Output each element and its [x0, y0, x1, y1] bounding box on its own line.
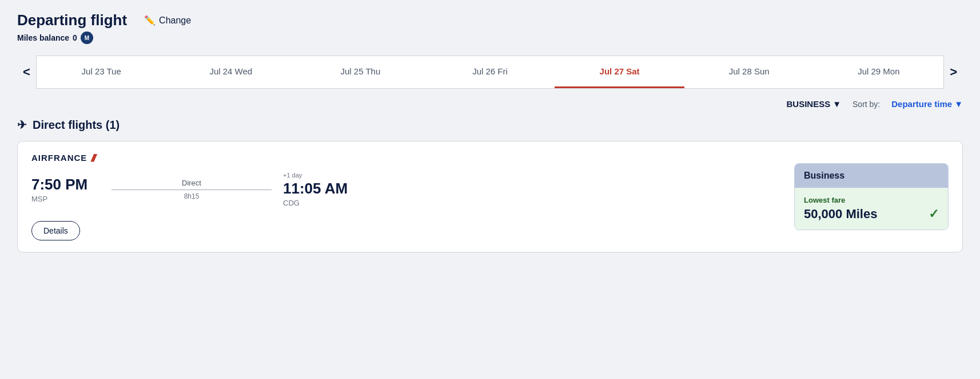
- fare-lowest-label: Lowest fare: [804, 196, 939, 204]
- direct-flights-label: Direct flights (1): [33, 119, 119, 132]
- cabin-dropdown[interactable]: BUSINESS ▼: [786, 99, 841, 109]
- flight-main: AIRFRANCE 7:50 PM MSP Direct 8h15 +1 day…: [31, 153, 780, 240]
- fare-panel: Business Lowest fare 50,000 Miles ✓: [794, 163, 949, 230]
- plus-day: +1 day: [283, 172, 302, 179]
- date-tab-jul27[interactable]: Jul 27 Sat: [555, 56, 684, 88]
- arrive-time: 11:05 AM: [283, 180, 348, 198]
- fare-miles-value: 50,000 Miles: [804, 207, 877, 222]
- controls-row: BUSINESS ▼ Sort by: Departure time ▼: [17, 99, 963, 109]
- duration-label: 8h15: [184, 192, 200, 200]
- date-tab-jul25[interactable]: Jul 25 Thu: [296, 56, 425, 88]
- depart-time: 7:50 PM: [31, 176, 100, 194]
- airfrance-stripe-icon: [90, 154, 97, 162]
- depart-airport: MSP: [31, 195, 100, 203]
- flight-line-block: Direct 8h15: [100, 179, 283, 200]
- miles-value: 0: [73, 33, 77, 42]
- date-next-button[interactable]: >: [944, 56, 963, 89]
- date-tab-jul24[interactable]: Jul 24 Wed: [166, 56, 296, 88]
- arrive-block: +1 day 11:05 AM CDG: [283, 172, 352, 207]
- sort-dropdown[interactable]: Departure time ▼: [891, 99, 963, 109]
- depart-block: 7:50 PM MSP: [31, 176, 100, 203]
- plane-icon: ✈: [17, 118, 27, 132]
- page-header: Departing flight Miles balance 0 M ✏️ Ch…: [17, 11, 963, 44]
- cabin-label: BUSINESS: [786, 99, 830, 109]
- arrive-airport: CDG: [283, 199, 300, 207]
- flight-line: [111, 189, 272, 190]
- details-button[interactable]: Details: [31, 221, 80, 240]
- fare-body[interactable]: Lowest fare 50,000 Miles ✓: [795, 188, 948, 230]
- flight-times: 7:50 PM MSP Direct 8h15 +1 day 11:05 AM …: [31, 172, 780, 207]
- airline-name: AIRFRANCE: [31, 153, 87, 163]
- change-button[interactable]: ✏️ Change: [144, 15, 191, 26]
- pencil-icon: ✏️: [144, 15, 156, 26]
- date-tab-jul28[interactable]: Jul 28 Sun: [684, 56, 814, 88]
- miles-balance-label: Miles balance: [17, 33, 69, 42]
- direct-flights-heading: ✈ Direct flights (1): [17, 118, 963, 132]
- date-tab-jul29[interactable]: Jul 29 Mon: [814, 56, 944, 88]
- fare-cabin-header: Business: [795, 164, 948, 188]
- header-left: Departing flight Miles balance 0 M: [17, 11, 127, 44]
- sort-label: Sort by:: [852, 100, 880, 109]
- direct-label: Direct: [182, 179, 201, 187]
- miles-icon: M: [81, 31, 93, 44]
- change-label: Change: [159, 15, 191, 26]
- miles-balance: Miles balance 0 M: [17, 31, 127, 44]
- date-tab-jul23[interactable]: Jul 23 Tue: [37, 56, 166, 88]
- date-tabs: Jul 23 Tue Jul 24 Wed Jul 25 Thu Jul 26 …: [36, 56, 944, 89]
- date-selector: < Jul 23 Tue Jul 24 Wed Jul 25 Thu Jul 2…: [17, 56, 963, 89]
- fare-miles-row: 50,000 Miles ✓: [804, 207, 939, 222]
- sort-value: Departure time: [891, 99, 952, 109]
- date-prev-button[interactable]: <: [17, 56, 36, 89]
- page-title: Departing flight: [17, 11, 127, 29]
- checkmark-icon: ✓: [929, 207, 939, 222]
- airline-logo: AIRFRANCE: [31, 153, 780, 163]
- cabin-chevron-icon: ▼: [832, 99, 841, 109]
- flight-card: AIRFRANCE 7:50 PM MSP Direct 8h15 +1 day…: [17, 141, 963, 252]
- date-tab-jul26[interactable]: Jul 26 Fri: [425, 56, 555, 88]
- sort-chevron-icon: ▼: [954, 99, 963, 109]
